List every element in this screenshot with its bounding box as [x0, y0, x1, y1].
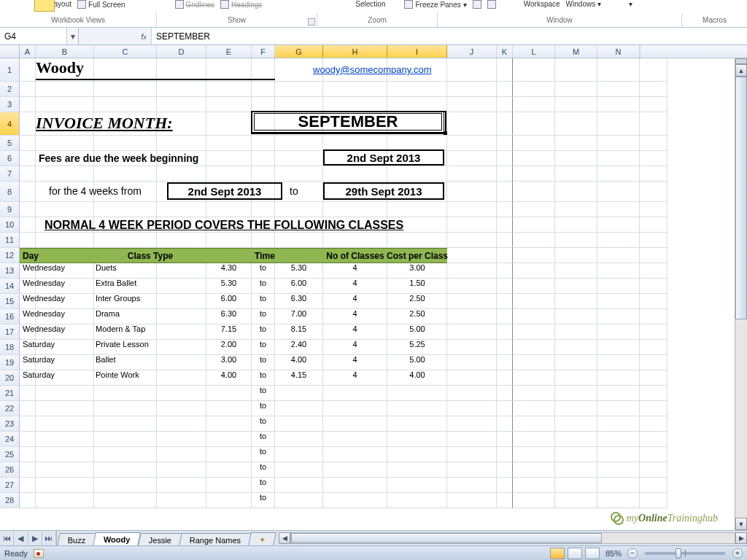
vscroll-track[interactable] — [735, 77, 747, 518]
col-header-A[interactable]: A — [20, 45, 36, 58]
select-all-corner[interactable] — [0, 45, 20, 58]
gridlines-checkbox[interactable]: Gridlines — [172, 0, 217, 9]
row-header[interactable]: 4 — [0, 112, 20, 136]
range-from-date[interactable]: 2nd Sept 2013 — [167, 182, 282, 200]
tab-last-icon[interactable]: ⏭ — [42, 531, 56, 545]
zoom-selection-button[interactable]: Selection — [352, 0, 388, 8]
full-screen-button[interactable]: Full Screen — [74, 0, 128, 9]
col-header-J[interactable]: J — [447, 45, 497, 58]
row-header[interactable]: 23 — [0, 416, 20, 432]
tab-next-icon[interactable]: ▶ — [28, 531, 42, 545]
hscroll-thumb[interactable] — [291, 533, 601, 543]
sheet-tab[interactable]: Woody — [93, 532, 142, 546]
range-to-date[interactable]: 29th Sept 2013 — [323, 182, 444, 200]
col-header-F[interactable]: F — [252, 45, 275, 58]
row-header[interactable]: 1 — [0, 58, 20, 82]
col-header-D[interactable]: D — [157, 45, 206, 58]
client-email-link[interactable]: woody@somecompany.com — [313, 64, 432, 75]
col-header-M[interactable]: M — [555, 45, 597, 58]
row-header[interactable]: 9 — [0, 202, 20, 217]
view-page-layout-button[interactable] — [568, 548, 582, 559]
row-header[interactable]: 10 — [0, 217, 20, 233]
scroll-left-button[interactable]: ◀ — [279, 532, 290, 544]
sheet-tab[interactable]: Range Names — [179, 533, 252, 546]
formula-input[interactable]: SEPTEMBER — [152, 28, 747, 44]
col-header-E[interactable]: E — [206, 45, 252, 58]
new-sheet-tab[interactable]: ✦ — [248, 532, 276, 546]
zoom-value[interactable]: 85% — [605, 549, 622, 558]
name-box[interactable]: G4 ▾ — [0, 28, 79, 44]
switch-windows-button[interactable]: Windows ▾ — [563, 0, 605, 8]
row-header[interactable]: 3 — [0, 97, 20, 112]
view-normal-button[interactable] — [550, 548, 565, 559]
formula-buttons: fx — [79, 28, 152, 44]
scroll-right-button[interactable]: ▶ — [735, 532, 747, 544]
window-hide-button[interactable] — [484, 0, 499, 9]
row-header[interactable]: 18 — [0, 340, 20, 355]
row-header[interactable]: 20 — [0, 370, 20, 386]
formula-value: SEPTEMBER — [156, 31, 210, 42]
row-header[interactable]: 28 — [0, 493, 20, 508]
zoom-knob[interactable] — [676, 548, 681, 559]
fx-icon[interactable]: fx — [136, 32, 151, 41]
zoom-out-button[interactable]: − — [627, 548, 638, 559]
custom-views-icon[interactable] — [34, 0, 55, 12]
split-handle-top[interactable] — [735, 58, 747, 64]
col-header-H[interactable]: H — [323, 45, 387, 58]
view-page-break-button[interactable] — [585, 548, 600, 559]
sheet-tab[interactable]: Buzz — [57, 533, 96, 546]
col-header-N[interactable]: N — [597, 45, 640, 58]
col-header-C[interactable]: C — [94, 45, 157, 58]
tab-first-icon[interactable]: ⏮ — [0, 531, 14, 545]
dialog-launcher-icon[interactable] — [308, 18, 315, 26]
row-header[interactable]: 15 — [0, 294, 20, 309]
window-split-button[interactable] — [470, 0, 484, 9]
vertical-scrollbar[interactable]: ▲ ▼ — [735, 58, 747, 530]
ribbon-groups: Workbook Views Show Zoom Window Macros — [0, 13, 747, 28]
horizontal-scrollbar[interactable]: ◀ ▶ — [279, 531, 747, 545]
freeze-icon — [404, 0, 413, 9]
row-header[interactable]: 14 — [0, 279, 20, 294]
row-header[interactable]: 25 — [0, 447, 20, 462]
col-header-G[interactable]: G — [275, 45, 323, 58]
macros-dropdown[interactable]: ▾ — [626, 0, 635, 8]
col-header-L[interactable]: L — [513, 45, 555, 58]
row-header[interactable]: 8 — [0, 182, 20, 202]
zoom-slider[interactable] — [645, 552, 725, 555]
headings-checkbox[interactable]: Headings — [217, 0, 265, 9]
save-workspace-button[interactable]: Workspace — [521, 0, 563, 8]
zoom-in-button[interactable]: + — [732, 548, 743, 559]
hscroll-track[interactable] — [290, 532, 735, 544]
row-header[interactable]: 2 — [0, 82, 20, 97]
row-header[interactable]: 16 — [0, 309, 20, 324]
group-macros: Macros — [682, 13, 747, 27]
row-header[interactable]: 26 — [0, 462, 20, 478]
scroll-down-button[interactable]: ▼ — [735, 518, 747, 530]
scroll-up-button[interactable]: ▲ — [735, 64, 747, 77]
fees-due-date[interactable]: 2nd Sept 2013 — [323, 149, 444, 166]
macro-record-icon[interactable] — [34, 549, 44, 558]
row-header[interactable]: 13 — [0, 263, 20, 279]
row-header[interactable]: 21 — [0, 386, 20, 401]
col-header-K[interactable]: K — [497, 45, 513, 58]
tab-prev-icon[interactable]: ◀ — [14, 531, 28, 545]
col-header-I[interactable]: I — [387, 45, 447, 58]
invoice-month-value[interactable]: SEPTEMBER — [252, 111, 444, 133]
row-header[interactable]: 19 — [0, 355, 20, 370]
col-header-B[interactable]: B — [36, 45, 94, 58]
freeze-panes-button[interactable]: Freeze Panes ▾ — [401, 0, 469, 9]
row-header[interactable]: 6 — [0, 151, 20, 166]
row-header[interactable]: 5 — [0, 136, 20, 151]
row-header[interactable]: 27 — [0, 478, 20, 493]
row-header[interactable]: 17 — [0, 324, 20, 340]
vscroll-thumb[interactable] — [735, 77, 747, 319]
row-header[interactable]: 22 — [0, 401, 20, 416]
name-box-dropdown-icon[interactable]: ▾ — [66, 28, 78, 44]
row-header[interactable]: 12 — [0, 248, 20, 263]
column-headers[interactable]: ABCDEFGHIJKLMN — [0, 45, 747, 58]
sheet-tab[interactable]: Jessie — [138, 533, 182, 546]
row-header[interactable]: 24 — [0, 432, 20, 447]
tab-nav-buttons[interactable]: ⏮ ◀ ▶ ⏭ — [0, 531, 57, 545]
row-header[interactable]: 7 — [0, 166, 20, 182]
row-header[interactable]: 11 — [0, 233, 20, 248]
